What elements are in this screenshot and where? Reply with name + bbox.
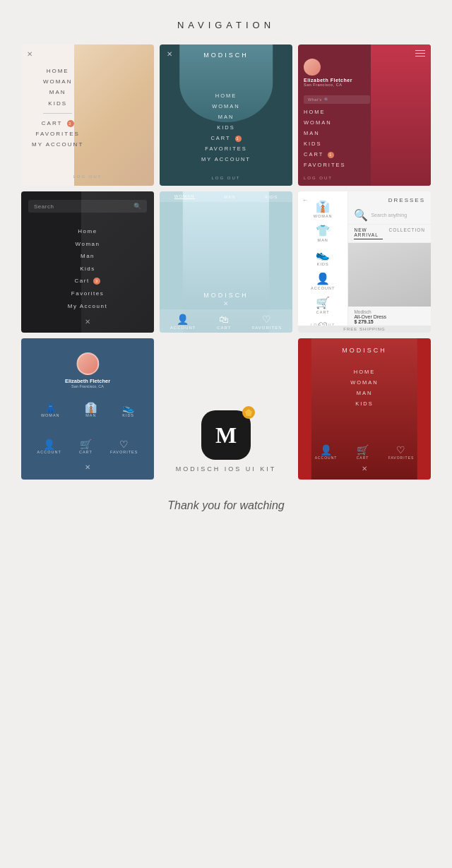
cart-label: CART [217,326,231,330]
nav-tab-cart[interactable]: 🛒 CART [79,439,93,454]
sketch-badge [242,406,255,419]
kids-icon: 👟 [316,248,330,261]
close-icon[interactable]: ✕ [362,465,367,472]
nav-item-woman[interactable]: WOMAN [298,377,431,388]
back-button[interactable]: ← [302,197,308,203]
nav-item-cart[interactable]: CART 1 [160,133,292,143]
account-icon: 👤 [315,444,338,456]
nav-item-man[interactable]: MAN [304,128,346,138]
nav-item-favorites[interactable]: FAVORITES [304,160,346,170]
brand-label: MODISCH [203,52,249,59]
nav-item-kids[interactable]: KIDS [160,122,292,133]
nav-item-man[interactable]: Man [21,250,154,263]
tabs-row: NEW ARRIVAL COLLECTION [348,225,431,243]
profile-name: Elizabeth Fletcher [28,378,147,384]
favorites-label: FAVORITES [252,326,282,330]
nav-item-home[interactable]: Home [21,225,154,238]
nav-tab-favorites[interactable]: ♡ FAVORITES [388,444,415,460]
sidebar-item-kids[interactable]: 👟 KIDS [316,248,330,266]
favorites-label: FAVORITES [110,450,138,454]
close-icon[interactable]: ✕ [85,463,90,471]
tab-collection[interactable]: COLLECTION [388,227,425,239]
nav-tab-cart[interactable]: 🛒 CART [357,444,369,460]
sidebar-item-cart[interactable]: 🛒 CART [316,296,330,314]
card3-bg [371,44,431,186]
nav-item-home[interactable]: HOME [304,107,346,117]
search-placeholder: Search [34,203,54,210]
close-icon[interactable]: ✕ [167,50,172,58]
search-row[interactable]: 🔍 Search anything [348,206,431,225]
cart-badge: 3 [67,120,74,127]
sidebar-item-account[interactable]: 👤 ACCOUNT [311,272,335,290]
search-bar[interactable]: Search 🔍 [28,200,147,213]
nav-item-man[interactable]: MAN [298,388,431,398]
nav-tab-account[interactable]: 👤 ACCOUNT [170,314,196,330]
nav-item-man[interactable]: MAN [160,112,292,122]
nav-tab-woman[interactable]: 👗 WOMAN [41,402,60,417]
nav-item-kids[interactable]: KIDS [21,98,94,109]
nav-item-woman[interactable]: WOMAN [304,117,346,128]
nav-item-favorites[interactable]: FAVORITES [21,129,94,139]
cart-icon: 🛍 [217,314,231,325]
nav-tab-account[interactable]: 👤 ACCOUNT [315,444,338,460]
logout-button[interactable]: LOG OUT [211,176,240,180]
product-image [348,243,431,307]
nav-item-man[interactable]: MAN [21,87,94,97]
man-label: MAN [316,238,330,242]
nav-item-woman[interactable]: WOMAN [160,101,292,112]
close-icon[interactable]: ✕ [223,300,229,307]
logout-button[interactable]: LOG OUT [73,174,102,179]
nav-item-account[interactable]: MY ACCOUNT [21,139,94,150]
nav-tab-favorites[interactable]: ♡ FAVORITES [110,439,138,454]
nav-item-kids[interactable]: Kids [21,263,154,275]
kit-label: MODISCH IOS UI KIT [176,465,277,472]
app-logo: M [201,410,251,460]
woman-label: WOMAN [314,214,333,218]
man-label: MAN [85,413,97,417]
favorites-icon: ♡ [252,314,282,325]
search-bar[interactable]: What's 🔍 [304,95,370,104]
nav-item-favorites[interactable]: FAVORITES [160,143,292,154]
nav-item-account[interactable]: My Account [21,300,154,313]
nav-tab-kids[interactable]: 👟 KIDS [122,402,134,417]
nav-tab-account[interactable]: 👤 ACCOUNT [37,439,61,454]
search-icon: 🔍 [324,97,330,102]
tab-new-arrival[interactable]: NEW ARRIVAL [354,227,383,239]
nav-item-kids[interactable]: KIDS [304,138,346,149]
nav-tab-favorites[interactable]: ♡ FAVORITES [252,314,282,330]
card9-nav: HOME WOMAN MAN KIDS [298,367,431,409]
hamburger-menu[interactable] [415,50,425,57]
thank-you-text: Thank you for watching [0,485,452,533]
hamburger-line [415,53,425,54]
nav-item-account[interactable]: MY ACCOUNT [160,154,292,165]
nav-tab-cart[interactable]: 🛍 CART [217,314,231,330]
left-sidebar: ← 👔 WOMAN 👕 MAN 👟 KIDS 👤 ACCOUNT 🛒 CART [298,191,348,333]
account-label: ACCOUNT [315,456,338,460]
profile-location: San Francisco, CA [28,384,147,388]
nav-item-home[interactable]: HOME [21,66,94,76]
hamburger-line [415,50,425,51]
sidebar-item-woman[interactable]: 👔 WOMAN [314,200,333,218]
sidebar-item-man[interactable]: 👕 MAN [316,224,330,242]
close-icon[interactable]: ✕ [27,50,32,58]
nav-tab-man[interactable]: MAN [224,195,235,199]
nav-item-woman[interactable]: Woman [21,238,154,251]
nav-item-cart[interactable]: CART 3 [21,118,94,129]
nav-item-favorites[interactable]: Favorites [21,287,154,300]
logout-button[interactable]: LOG OUT [304,176,333,180]
nav-item-home[interactable]: HOME [160,90,292,101]
cart-label: CART [316,310,330,314]
nav-item-cart[interactable]: Cart 3 [21,275,154,287]
account-label: ACCOUNT [170,326,196,330]
nav-item-woman[interactable]: WOMAN [21,76,94,87]
nav-tab-kids[interactable]: KIDS [265,195,278,199]
cart-icon: 🛒 [79,439,93,450]
nav-item-home[interactable]: HOME [298,367,431,377]
nav-tab-man[interactable]: 👔 MAN [85,402,97,417]
nav-item-cart[interactable]: CART 1 [304,149,346,160]
nav-tab-woman[interactable]: WOMAN [174,194,195,199]
nav-item-kids[interactable]: KIDS [298,398,431,409]
man-icon: 👕 [316,224,330,237]
search-placeholder: Search anything [371,213,407,218]
close-icon[interactable]: ✕ [85,318,90,326]
